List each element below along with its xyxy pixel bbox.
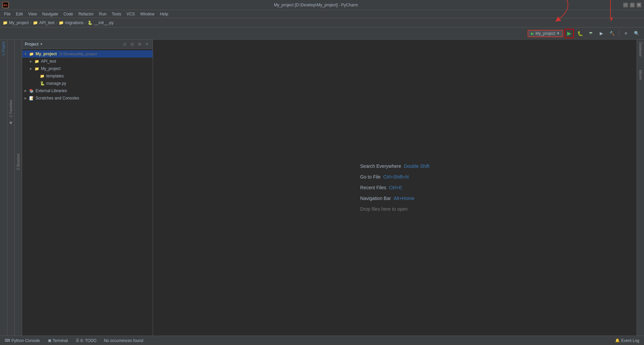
tree-item-managepy[interactable]: 🐍 manage.py: [22, 80, 153, 87]
right-tab-database[interactable]: Database: [639, 41, 642, 58]
recent-files-shortcut[interactable]: Ctrl+E: [389, 185, 402, 190]
title-bar: PC My_project [D:\Desktop\My_project] - …: [0, 0, 644, 10]
menu-tools[interactable]: Tools: [109, 10, 124, 18]
project-panel: Project ▼ ⊙ ⊟ ⚙ ✕ ▼ 📁 My_project D:\Desk…: [22, 40, 153, 336]
tree-item-scratches[interactable]: ▶ 📝 Scratches and Consoles: [22, 94, 153, 102]
search-everywhere[interactable]: 🔍: [632, 29, 641, 38]
tree-label-scratches: Scratches and Consoles: [36, 96, 79, 100]
panel-title: Project ▼: [25, 42, 43, 47]
menu-file[interactable]: File: [1, 10, 13, 18]
favorites-star-icon[interactable]: ★: [9, 120, 13, 125]
python-icon-managepy: 🐍: [40, 81, 45, 86]
breadcrumb-initpy[interactable]: __init__.py: [94, 20, 113, 25]
tree-item-apitest[interactable]: ▶ 📁 API_test: [22, 58, 153, 65]
lib-icon: 📚: [29, 88, 34, 93]
menu-edit[interactable]: Edit: [13, 10, 25, 18]
favorites-tab-label[interactable]: 2: Favorites: [9, 100, 13, 117]
folder-icon-templates: 📁: [40, 73, 45, 79]
zstructure-tab-label[interactable]: Z-Structure: [16, 153, 20, 170]
zstructure-strip: Z-Structure: [15, 40, 22, 336]
folder-icon: 📁: [3, 20, 8, 25]
expand-icon-apitest: ▶: [29, 59, 33, 63]
event-log-tab[interactable]: 🔔 Event Log: [613, 338, 641, 344]
breadcrumb-sep-1: ›: [30, 20, 32, 25]
tree-item-extlibs[interactable]: ▶ 📚 External Libraries: [22, 87, 153, 94]
menu-window[interactable]: Window: [138, 10, 157, 18]
minimize-button[interactable]: ─: [623, 3, 628, 7]
breadcrumb-apitest[interactable]: API_test: [39, 20, 54, 25]
project-selector[interactable]: ▶ My_project ▼: [528, 30, 563, 37]
more-actions[interactable]: ≡: [621, 29, 631, 38]
expand-icon-root: ▼: [23, 52, 28, 56]
maximize-button[interactable]: □: [630, 3, 635, 7]
project-tree: ▼ 📁 My_project D:\Desktop\My_project ▶ 📁…: [22, 49, 153, 336]
panel-dropdown-icon[interactable]: ▼: [40, 43, 43, 46]
pycharm-logo: PC: [3, 2, 9, 8]
bottom-tabs: ⌨ Python Console ▣ Terminal ☰ 6: TODO No…: [3, 338, 143, 344]
sidebar-tab-project[interactable]: 1: Project: [0, 40, 7, 58]
event-log-label: Event Log: [621, 338, 639, 343]
right-tab-maven[interactable]: Maven: [639, 69, 642, 81]
tree-label-apitest: API_test: [41, 59, 56, 64]
nav-bar-label: Navigation Bar: [360, 196, 391, 201]
search-everywhere-label: Search Everywhere: [360, 163, 401, 169]
tree-label-myproject-sub: My_project: [41, 66, 61, 71]
breadcrumb-api[interactable]: 📁 API_test: [33, 20, 54, 25]
tree-item-myproject-root[interactable]: ▼ 📁 My_project D:\Desktop\My_project: [22, 50, 153, 58]
toolbar-separator: [619, 30, 619, 37]
todo-tab[interactable]: ☰ 6: TODO: [74, 338, 99, 344]
tree-item-templates[interactable]: 📁 templates: [22, 72, 153, 80]
menu-run[interactable]: Run: [96, 10, 109, 18]
collapse-all-button[interactable]: ⊟: [129, 41, 135, 47]
drop-files-row: Drop files here to open: [360, 206, 408, 212]
terminal-tab[interactable]: ▣ Terminal: [46, 338, 70, 344]
breadcrumb-mig[interactable]: migrations: [65, 20, 84, 25]
todo-icon: ☰: [76, 338, 79, 343]
breadcrumb-project[interactable]: My_project: [9, 20, 29, 25]
debug-button[interactable]: 🐛: [575, 29, 585, 38]
scope-button[interactable]: ⊙: [122, 41, 128, 47]
root-folder-icon: 📁: [29, 51, 34, 57]
coverage-button[interactable]: ☂: [586, 29, 595, 38]
breadcrumb-init[interactable]: 🐍 __init__.py: [88, 20, 113, 25]
menu-help[interactable]: Help: [157, 10, 171, 18]
tree-label-extlibs: External Libraries: [36, 88, 67, 93]
panel-actions: ⊙ ⊟ ⚙ ✕: [122, 41, 150, 47]
tree-item-myproject-sub[interactable]: ▶ 📁 My_project: [22, 65, 153, 72]
profile-button[interactable]: ▶: [597, 29, 606, 38]
hide-panel-button[interactable]: ✕: [144, 41, 150, 47]
python-console-tab[interactable]: ⌨ Python Console: [3, 338, 42, 344]
build-button[interactable]: 🔨: [607, 29, 617, 38]
search-everywhere-shortcut[interactable]: Double Shift: [404, 163, 429, 169]
recent-files-label: Recent Files: [360, 185, 386, 190]
tree-label-templates: templates: [46, 74, 64, 78]
menu-vcs[interactable]: VCS: [124, 10, 138, 18]
favorites-strip: 2: Favorites ★: [7, 40, 15, 336]
python-console-label: Python Console: [11, 338, 40, 343]
panel-title-label: Project: [25, 42, 39, 47]
title-bar-left: PC: [3, 2, 9, 8]
menu-code[interactable]: Code: [61, 10, 76, 18]
breadcrumb-migrations[interactable]: 📁 migrations: [59, 20, 84, 25]
run-button[interactable]: ▶: [565, 29, 574, 38]
settings-button[interactable]: ⚙: [137, 41, 143, 47]
toolbar-right: 选择项目 点击 箭头: [528, 29, 641, 38]
terminal-label: Terminal: [53, 338, 68, 343]
tree-label-root: My_project: [36, 52, 57, 56]
navigation-bar-row: Navigation Bar Alt+Home: [360, 196, 415, 201]
expand-icon-extlibs: ▶: [23, 89, 28, 93]
menu-navigate[interactable]: Navigate: [40, 10, 61, 18]
breadcrumb-sep-3: ›: [85, 20, 86, 25]
window-title: My_project [D:\Desktop\My_project] - PyC…: [9, 3, 623, 7]
menu-view[interactable]: View: [25, 10, 40, 18]
dropdown-chevron: ▼: [556, 31, 560, 35]
close-button[interactable]: ✕: [637, 3, 641, 7]
goto-file-shortcut[interactable]: Ctrl+Shift+N: [383, 174, 409, 180]
nav-bar-shortcut[interactable]: Alt+Home: [394, 196, 415, 201]
status-text: No occurrences found: [104, 338, 143, 343]
expand-icon-myproject-sub: ▶: [29, 67, 33, 71]
breadcrumb-root[interactable]: 📁 My_project: [3, 20, 29, 25]
goto-file-row: Go to File Ctrl+Shift+N: [360, 174, 409, 180]
menu-refactor[interactable]: Refactor: [76, 10, 96, 18]
tree-path-root: D:\Desktop\My_project: [59, 52, 97, 56]
